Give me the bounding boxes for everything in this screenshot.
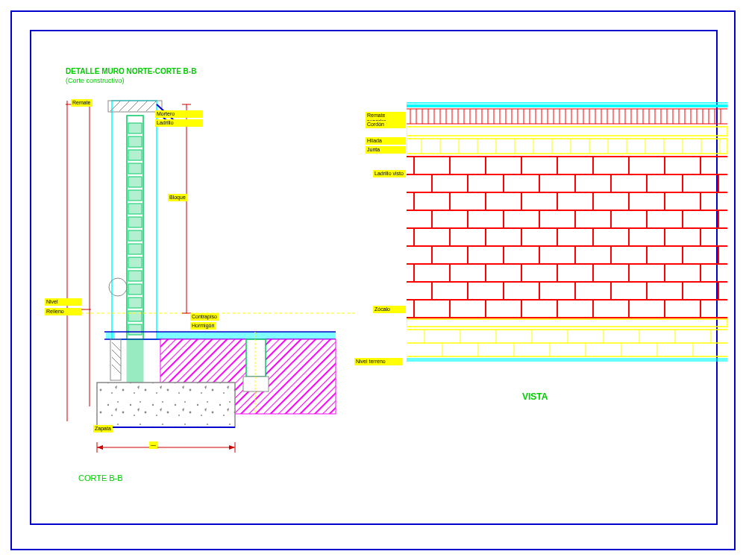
- label-hormigon: Hormigón: [190, 322, 216, 330]
- svg-rect-29: [128, 324, 142, 335]
- label-bloque: Bloque: [168, 194, 187, 201]
- svg-rect-14: [128, 123, 142, 133]
- svg-rect-56: [97, 383, 235, 427]
- label-contrapiso: Contrapiso: [190, 313, 219, 321]
- svg-rect-16: [128, 150, 142, 160]
- rlabel-5: Ladrillo visto: [373, 170, 406, 177]
- svg-line-8: [128, 101, 139, 111]
- drawing-canvas: DETALLE MURO NORTE-CORTE B-B (Corte cons…: [0, 0, 746, 560]
- svg-rect-22: [128, 230, 142, 241]
- svg-rect-46: [246, 339, 266, 377]
- svg-rect-24: [128, 257, 142, 268]
- svg-rect-33: [106, 332, 115, 339]
- svg-rect-23: [128, 244, 142, 254]
- label-ladrillo: Ladrillo: [155, 119, 203, 127]
- svg-rect-47: [243, 377, 269, 391]
- label-nivel: Nivel: [45, 298, 81, 306]
- svg-rect-123: [407, 127, 727, 136]
- svg-rect-124: [407, 139, 727, 154]
- svg-line-7: [119, 101, 130, 111]
- label-relleno-1: Relleno: [45, 308, 81, 315]
- svg-rect-25: [128, 271, 142, 281]
- svg-rect-20: [128, 204, 142, 214]
- rlabel-3: Hilada: [366, 137, 406, 145]
- rlabel-2: Cordón: [366, 121, 406, 128]
- elevation-drawing: [407, 97, 727, 380]
- svg-line-9: [137, 101, 148, 111]
- svg-rect-17: [128, 163, 142, 174]
- svg-rect-27: [128, 298, 142, 308]
- svg-rect-15: [128, 136, 142, 147]
- label-remate: Remate: [71, 99, 93, 107]
- vista-label: VISTA: [522, 391, 548, 402]
- section-drawing: [60, 86, 358, 481]
- label-zapata: Zapata: [93, 425, 113, 432]
- drawing-subtitle: (Corte constructivo): [66, 77, 125, 84]
- svg-rect-26: [128, 284, 142, 295]
- label-dim-bottom: —: [149, 441, 157, 449]
- drawing-title: DETALLE MURO NORTE-CORTE B-B: [66, 67, 196, 75]
- svg-rect-21: [128, 217, 142, 227]
- svg-rect-55: [127, 339, 143, 383]
- svg-rect-32: [157, 332, 336, 339]
- svg-rect-5: [108, 101, 162, 112]
- svg-rect-28: [128, 311, 142, 321]
- svg-rect-19: [128, 190, 142, 201]
- rlabel-6: Zócalo: [373, 306, 406, 313]
- svg-line-10: [146, 101, 157, 111]
- rlabel-4: Junta: [366, 146, 406, 154]
- svg-rect-66: [407, 104, 727, 107]
- section-label: CORTE B-B: [78, 474, 123, 482]
- rlabel-7: Nivel terreno: [354, 358, 402, 365]
- svg-marker-61: [97, 445, 103, 450]
- svg-rect-254: [407, 358, 727, 362]
- svg-rect-233: [407, 319, 727, 327]
- svg-marker-62: [229, 445, 235, 450]
- label-mortero: Mortero: [155, 110, 203, 118]
- svg-rect-18: [128, 177, 142, 187]
